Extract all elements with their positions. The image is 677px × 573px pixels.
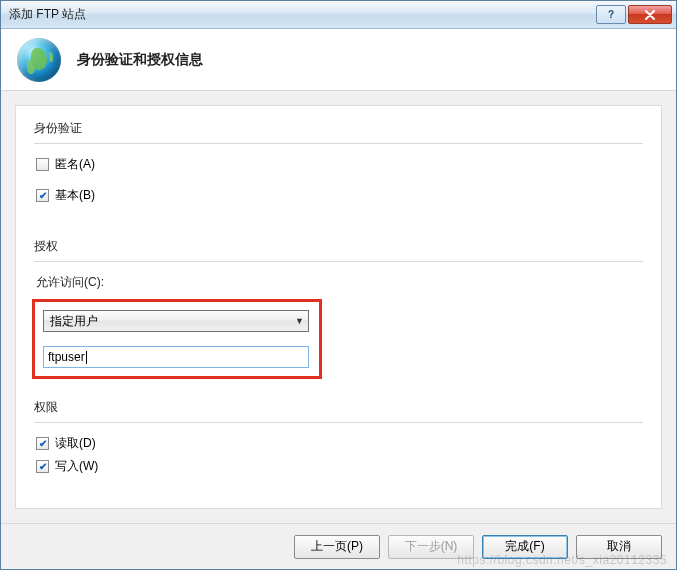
finish-button-label: 完成(F) <box>505 538 544 555</box>
help-button[interactable]: ? <box>596 5 626 24</box>
prev-button[interactable]: 上一页(P) <box>294 535 380 559</box>
highlight-box: 指定用户 ▼ ftpuser <box>32 299 322 379</box>
next-button-label: 下一步(N) <box>405 538 458 555</box>
titlebar[interactable]: 添加 FTP 站点 ? <box>1 1 676 29</box>
close-button[interactable] <box>628 5 672 24</box>
permissions-group-label: 权限 <box>34 399 643 416</box>
page-title: 身份验证和授权信息 <box>77 51 203 69</box>
form-panel: 身份验证 匿名(A) 基本(B) 授权 允许访问(C): 指定用户 ▼ <box>15 105 662 509</box>
read-label: 读取(D) <box>55 435 96 452</box>
divider <box>34 422 643 423</box>
divider <box>34 143 643 144</box>
titlebar-buttons: ? <box>594 5 672 24</box>
next-button: 下一步(N) <box>388 535 474 559</box>
close-icon <box>644 10 656 20</box>
content-area: 身份验证 匿名(A) 基本(B) 授权 允许访问(C): 指定用户 ▼ <box>1 91 676 523</box>
cancel-button[interactable]: 取消 <box>576 535 662 559</box>
text-caret <box>86 351 87 364</box>
anonymous-checkbox-row[interactable]: 匿名(A) <box>36 156 643 173</box>
dialog-window: 添加 FTP 站点 ? 身份验证和授权信息 身份验证 匿名(A) 基本(B) <box>0 0 677 570</box>
anonymous-label: 匿名(A) <box>55 156 95 173</box>
write-checkbox[interactable] <box>36 460 49 473</box>
chevron-down-icon: ▼ <box>295 316 304 326</box>
user-input[interactable]: ftpuser <box>43 346 309 368</box>
allow-access-label: 允许访问(C): <box>36 274 643 291</box>
auth-group-label: 身份验证 <box>34 120 643 137</box>
write-checkbox-row[interactable]: 写入(W) <box>36 458 643 475</box>
authorization-group-label: 授权 <box>34 238 643 255</box>
cancel-button-label: 取消 <box>607 538 631 555</box>
basic-checkbox[interactable] <box>36 189 49 202</box>
write-label: 写入(W) <box>55 458 98 475</box>
basic-checkbox-row[interactable]: 基本(B) <box>36 187 643 204</box>
basic-label: 基本(B) <box>55 187 95 204</box>
allow-access-dropdown[interactable]: 指定用户 ▼ <box>43 310 309 332</box>
prev-button-label: 上一页(P) <box>311 538 363 555</box>
wizard-header: 身份验证和授权信息 <box>1 29 676 91</box>
window-title: 添加 FTP 站点 <box>9 6 594 23</box>
finish-button[interactable]: 完成(F) <box>482 535 568 559</box>
read-checkbox-row[interactable]: 读取(D) <box>36 435 643 452</box>
anonymous-checkbox[interactable] <box>36 158 49 171</box>
globe-icon <box>17 38 61 82</box>
footer: 上一页(P) 下一步(N) 完成(F) 取消 <box>1 523 676 569</box>
read-checkbox[interactable] <box>36 437 49 450</box>
user-input-value: ftpuser <box>48 350 85 364</box>
divider <box>34 261 643 262</box>
dropdown-selected: 指定用户 <box>50 313 98 330</box>
